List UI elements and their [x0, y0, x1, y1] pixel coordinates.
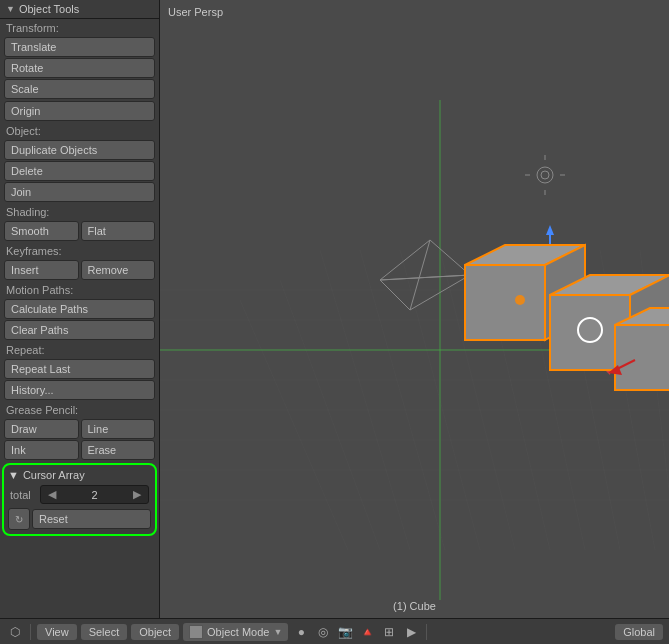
total-row: total ◀ 2 ▶: [8, 485, 151, 504]
viewport-scene: [160, 0, 669, 618]
separator-2: [426, 624, 427, 640]
erase-button[interactable]: Erase: [81, 440, 156, 460]
view-menu[interactable]: View: [37, 624, 77, 640]
panel-header: ▼ Object Tools: [0, 0, 159, 19]
total-label: total: [10, 489, 40, 501]
repeat-label: Repeat:: [0, 341, 159, 358]
total-value: 2: [59, 489, 130, 501]
viewport-label: User Persp: [168, 6, 223, 18]
refresh-icon-button[interactable]: ↻: [8, 508, 30, 530]
svg-line-8: [320, 250, 410, 550]
svg-point-41: [515, 295, 525, 305]
delete-button[interactable]: Delete: [4, 161, 155, 181]
shading-label: Shading:: [0, 203, 159, 220]
grease-pencil-row2: Ink Erase: [4, 440, 155, 460]
join-button[interactable]: Join: [4, 182, 155, 202]
cursor-array-section: ▼ Cursor Array total ◀ 2 ▶ ↻ Reset: [2, 463, 157, 536]
svg-marker-33: [546, 225, 554, 235]
smooth-button[interactable]: Smooth: [4, 221, 79, 241]
insert-button[interactable]: Insert: [4, 260, 79, 280]
anim-icon[interactable]: ▶: [402, 623, 420, 641]
total-number-input[interactable]: ◀ 2 ▶: [40, 485, 149, 504]
viewport-bottom-label: (1) Cube: [393, 600, 436, 612]
svg-rect-46: [615, 325, 669, 390]
duplicate-objects-button[interactable]: Duplicate Objects: [4, 140, 155, 160]
rotate-button[interactable]: Rotate: [4, 58, 155, 78]
camera-icon[interactable]: 📷: [336, 623, 354, 641]
mode-dropdown-icon: ▼: [273, 627, 282, 637]
svg-point-27: [541, 171, 549, 179]
render-icon[interactable]: ◎: [314, 623, 332, 641]
object-label: Object:: [0, 122, 159, 139]
svg-line-25: [380, 275, 470, 280]
transform-section: Transform: Translate Rotate Scale: [0, 19, 159, 100]
svg-line-22: [410, 240, 430, 310]
translate-button[interactable]: Translate: [4, 37, 155, 57]
shading-buttons: Smooth Flat: [4, 221, 155, 241]
uv-icon[interactable]: ⊞: [380, 623, 398, 641]
history-button[interactable]: History...: [4, 380, 155, 400]
repeat-last-button[interactable]: Repeat Last: [4, 359, 155, 379]
reset-button[interactable]: Reset: [32, 509, 151, 529]
shading-section: Shading: Smooth Flat: [0, 203, 159, 242]
draw-button[interactable]: Draw: [4, 419, 79, 439]
increment-arrow[interactable]: ▶: [130, 488, 144, 501]
mode-selector[interactable]: Object Mode ▼: [183, 623, 288, 641]
transform-label: Transform:: [0, 19, 159, 36]
motion-paths-label: Motion Paths:: [0, 281, 159, 298]
svg-line-9: [360, 250, 445, 550]
solid-sphere-icon[interactable]: ●: [292, 623, 310, 641]
mode-cube-icon: [189, 625, 203, 639]
remove-button[interactable]: Remove: [81, 260, 156, 280]
repeat-section: Repeat: Repeat Last History...: [0, 341, 159, 401]
line-button[interactable]: Line: [81, 419, 156, 439]
calculate-paths-button[interactable]: Calculate Paths: [4, 299, 155, 319]
origin-section: Origin: [0, 100, 159, 122]
object-section: Object: Duplicate Objects Delete Join: [0, 122, 159, 203]
svg-marker-21: [380, 240, 470, 280]
keyframes-label: Keyframes:: [0, 242, 159, 259]
status-bar: ⬡ View Select Object Object Mode ▼ ● ◎ 📷…: [0, 618, 669, 644]
svg-line-23: [380, 280, 410, 310]
keyframes-section: Keyframes: Insert Remove: [0, 242, 159, 281]
origin-button[interactable]: Origin: [4, 101, 155, 121]
select-menu[interactable]: Select: [81, 624, 128, 640]
keyframes-buttons: Insert Remove: [4, 260, 155, 280]
mode-label: Object Mode: [207, 626, 269, 638]
viewport: User Persp: [160, 0, 669, 618]
cursor-array-bottom-row: ↻ Reset: [8, 508, 151, 530]
scene-icon[interactable]: 🔺: [358, 623, 376, 641]
scale-button[interactable]: Scale: [4, 79, 155, 99]
flat-button[interactable]: Flat: [81, 221, 156, 241]
motion-paths-section: Motion Paths: Calculate Paths Clear Path…: [0, 281, 159, 341]
ink-button[interactable]: Ink: [4, 440, 79, 460]
clear-paths-button[interactable]: Clear Paths: [4, 320, 155, 340]
cursor-array-title: Cursor Array: [23, 469, 85, 481]
svg-rect-38: [465, 265, 545, 340]
svg-line-18: [240, 300, 348, 550]
svg-line-17: [280, 280, 380, 550]
svg-point-26: [537, 167, 553, 183]
panel-collapse-icon[interactable]: ▼: [6, 4, 15, 14]
grease-pencil-label: Grease Pencil:: [0, 401, 159, 418]
object-menu[interactable]: Object: [131, 624, 179, 640]
separator-1: [30, 624, 31, 640]
decrement-arrow[interactable]: ◀: [45, 488, 59, 501]
global-label[interactable]: Global: [615, 624, 663, 640]
cursor-array-triangle[interactable]: ▼: [8, 469, 19, 481]
blender-icon[interactable]: ⬡: [6, 623, 24, 641]
grease-pencil-section: Grease Pencil: Draw Line Ink Erase: [0, 401, 159, 461]
panel-title: Object Tools: [19, 3, 79, 15]
grease-pencil-row1: Draw Line: [4, 419, 155, 439]
left-panel: ▼ Object Tools Transform: Translate Rota…: [0, 0, 160, 618]
cursor-array-header: ▼ Cursor Array: [8, 469, 151, 481]
